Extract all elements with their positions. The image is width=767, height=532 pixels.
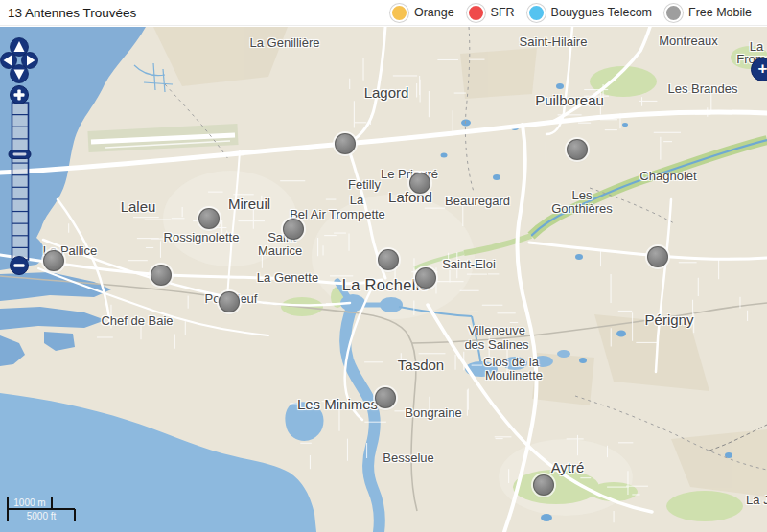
scale-bar: 1000 m 5000 ft: [5, 495, 91, 527]
antenna-marker[interactable]: [533, 474, 554, 496]
results-count-title: 13 Antennes Trouvées: [8, 6, 136, 20]
antenna-marker[interactable]: [43, 250, 64, 271]
pan-compass[interactable]: [1, 38, 38, 83]
panzoom-control: [0, 35, 42, 282]
antenna-marker[interactable]: [283, 219, 304, 240]
antenna-marker[interactable]: [409, 173, 430, 194]
scale-metric-label: 1000 m: [13, 497, 45, 508]
header-bar: 13 Antennes Trouvées OrangeSFRBouygues T…: [0, 0, 767, 26]
antenna-marker[interactable]: [415, 267, 436, 289]
antenna-marker[interactable]: [378, 249, 399, 270]
legend-label: Orange: [414, 6, 454, 19]
scale-imperial-label: 5000 ft: [27, 511, 57, 521]
antenna-marker[interactable]: [198, 208, 220, 229]
legend-item-bouygues-telecom[interactable]: Bouygues Telecom: [527, 4, 652, 22]
map-canvas[interactable]: [0, 27, 767, 532]
antenna-marker[interactable]: [647, 246, 668, 267]
minus-icon: [14, 264, 25, 266]
operator-legend: OrangeSFRBouygues TelecomFree Mobile: [390, 4, 752, 22]
antenna-marker[interactable]: [567, 139, 588, 160]
antenna-map-app: 13 Antennes Trouvées OrangeSFRBouygues T…: [0, 0, 767, 532]
antenna-marker[interactable]: [375, 387, 396, 408]
legend-label: Free Mobile: [688, 6, 752, 19]
antenna-marker[interactable]: [335, 133, 356, 154]
zoom-slider-track[interactable]: [12, 103, 29, 260]
legend-label: Bouygues Telecom: [551, 6, 652, 19]
slider-grip-icon: [13, 153, 27, 156]
operator-swatch-icon: [467, 4, 485, 22]
map-viewport[interactable]: + 1000 m 5000 ft La GenillièreSaint-Hila…: [0, 27, 767, 532]
operator-swatch-icon: [664, 4, 683, 22]
antenna-marker[interactable]: [151, 265, 172, 286]
operator-swatch-icon: [527, 4, 546, 22]
legend-label: SFR: [491, 6, 515, 19]
antenna-marker[interactable]: [219, 291, 240, 312]
legend-item-free-mobile[interactable]: Free Mobile: [664, 4, 752, 22]
operator-swatch-icon: [390, 4, 408, 22]
legend-item-orange[interactable]: Orange: [390, 4, 454, 22]
legend-item-sfr[interactable]: SFR: [467, 4, 515, 22]
